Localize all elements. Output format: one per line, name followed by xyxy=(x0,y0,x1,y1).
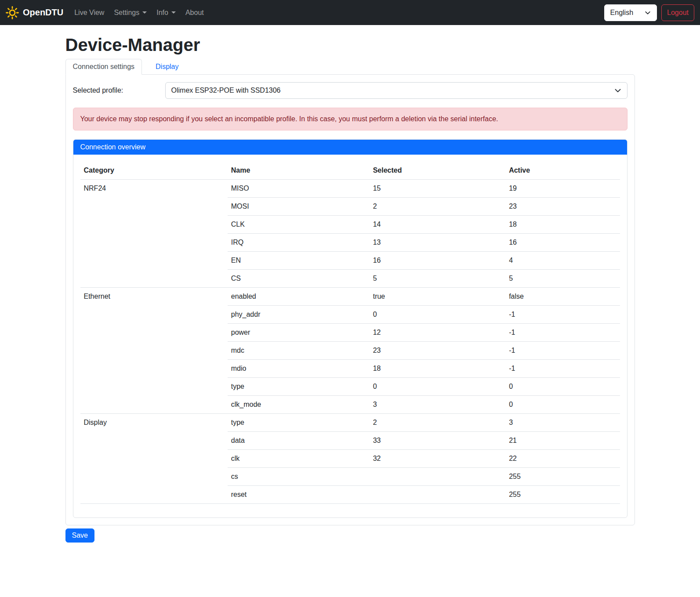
profile-select-value: Olimex ESP32-POE with SSD1306 xyxy=(171,87,281,94)
sun-icon xyxy=(6,6,19,19)
nav-item-live-view[interactable]: Live View xyxy=(69,5,109,20)
logout-button[interactable]: Logout xyxy=(661,4,694,21)
selected-cell: 0 xyxy=(370,378,505,396)
selected-cell: 12 xyxy=(370,324,505,342)
selected-cell: 0 xyxy=(370,306,505,324)
category-cell: Ethernet xyxy=(80,288,228,414)
selected-cell: 2 xyxy=(370,198,505,216)
active-cell: -1 xyxy=(505,306,620,324)
active-cell: 23 xyxy=(505,198,620,216)
active-cell: 16 xyxy=(505,234,620,252)
selected-cell: 33 xyxy=(370,432,505,450)
active-cell: 0 xyxy=(505,378,620,396)
category-cell: NRF24 xyxy=(80,180,228,288)
active-cell: 0 xyxy=(505,396,620,414)
incompatible-profile-warning: Your device may stop responding if you s… xyxy=(73,108,627,130)
active-cell: 22 xyxy=(505,450,620,468)
dropdown-caret-icon xyxy=(142,11,147,14)
name-cell: power xyxy=(228,324,370,342)
selected-cell xyxy=(370,486,505,504)
column-header-category: Category xyxy=(80,162,228,180)
active-cell: 18 xyxy=(505,216,620,234)
name-cell: mdc xyxy=(228,342,370,360)
name-cell: EN xyxy=(228,252,370,270)
brand-label: OpenDTU xyxy=(23,7,63,18)
name-cell: MISO xyxy=(228,180,370,198)
name-cell: clk xyxy=(228,450,370,468)
selected-cell: 18 xyxy=(370,360,505,378)
active-cell: 255 xyxy=(505,486,620,504)
category-cell: Display xyxy=(80,414,228,504)
active-cell: -1 xyxy=(505,324,620,342)
column-header-selected: Selected xyxy=(370,162,505,180)
active-cell: -1 xyxy=(505,342,620,360)
connection-overview-body: CategoryNameSelectedActive NRF24MISO1519… xyxy=(73,155,627,517)
name-cell: cs xyxy=(228,468,370,486)
tab-panel-connection-settings: Selected profile: Olimex ESP32-POE with … xyxy=(65,74,635,525)
nav-item-settings[interactable]: Settings xyxy=(109,5,152,20)
active-cell: 21 xyxy=(505,432,620,450)
name-cell: phy_addr xyxy=(228,306,370,324)
navbar: OpenDTU Live ViewSettingsInfoAbout Engli… xyxy=(0,0,700,25)
active-cell: false xyxy=(505,288,620,306)
name-cell: CS xyxy=(228,270,370,288)
nav-item-info[interactable]: Info xyxy=(152,5,181,20)
active-cell: 3 xyxy=(505,414,620,432)
selected-cell: 32 xyxy=(370,450,505,468)
tab-connection-settings[interactable]: Connection settings xyxy=(65,59,142,75)
profile-label: Selected profile: xyxy=(73,87,165,94)
column-header-active: Active xyxy=(505,162,620,180)
connection-overview-header: Connection overview xyxy=(73,140,627,155)
column-header-name: Name xyxy=(228,162,370,180)
name-cell: type xyxy=(228,414,370,432)
name-cell: clk_mode xyxy=(228,396,370,414)
table-row: Ethernetenabledtruefalse xyxy=(80,288,620,306)
name-cell: MOSI xyxy=(228,198,370,216)
main-content: Device-Manager Connection settings Displ… xyxy=(60,34,640,543)
name-cell: reset xyxy=(228,486,370,504)
language-value: English xyxy=(610,9,633,17)
name-cell: type xyxy=(228,378,370,396)
active-cell: 5 xyxy=(505,270,620,288)
selected-cell: 13 xyxy=(370,234,505,252)
profile-row: Selected profile: Olimex ESP32-POE with … xyxy=(73,82,627,99)
language-select[interactable]: English xyxy=(604,4,657,21)
nav-list: Live ViewSettingsInfoAbout xyxy=(69,5,209,20)
table-header-row: CategoryNameSelectedActive xyxy=(80,162,620,180)
tab-bar: Connection settings Display xyxy=(65,59,635,74)
selected-cell: true xyxy=(370,288,505,306)
active-cell: 19 xyxy=(505,180,620,198)
selected-cell: 5 xyxy=(370,270,505,288)
table-row: Displaytype23 xyxy=(80,414,620,432)
save-button[interactable]: Save xyxy=(65,528,94,543)
tab-display[interactable]: Display xyxy=(148,59,186,75)
navbar-right: English Logout xyxy=(604,4,694,21)
active-cell: -1 xyxy=(505,360,620,378)
connection-overview-card: Connection overview CategoryNameSelected… xyxy=(73,139,627,518)
selected-cell: 23 xyxy=(370,342,505,360)
active-cell: 255 xyxy=(505,468,620,486)
name-cell: enabled xyxy=(228,288,370,306)
selected-cell: 16 xyxy=(370,252,505,270)
name-cell: IRQ xyxy=(228,234,370,252)
selected-cell: 2 xyxy=(370,414,505,432)
connection-overview-table: CategoryNameSelectedActive NRF24MISO1519… xyxy=(80,162,620,504)
dropdown-caret-icon xyxy=(171,11,176,14)
name-cell: data xyxy=(228,432,370,450)
active-cell: 4 xyxy=(505,252,620,270)
selected-cell: 3 xyxy=(370,396,505,414)
profile-select[interactable]: Olimex ESP32-POE with SSD1306 xyxy=(165,82,627,99)
name-cell: CLK xyxy=(228,216,370,234)
selected-cell: 14 xyxy=(370,216,505,234)
name-cell: mdio xyxy=(228,360,370,378)
chevron-down-icon xyxy=(645,10,651,16)
selected-cell: 15 xyxy=(370,180,505,198)
overview-table-body: NRF24MISO1519MOSI223CLK1418IRQ1316EN164C… xyxy=(80,180,620,504)
brand[interactable]: OpenDTU xyxy=(6,6,63,19)
chevron-down-icon xyxy=(614,87,621,94)
page-title: Device-Manager xyxy=(65,34,635,55)
nav-item-about[interactable]: About xyxy=(181,5,209,20)
selected-cell xyxy=(370,468,505,486)
table-row: NRF24MISO1519 xyxy=(80,180,620,198)
